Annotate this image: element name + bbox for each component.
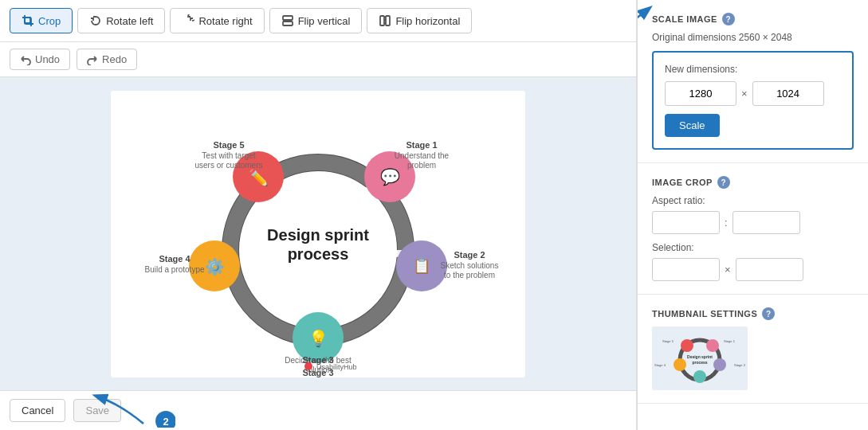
- image-canvas: 💬 📋 💡 ⚙️ ✏️: [111, 91, 525, 377]
- arrow-annotation-1: 1: [637, 0, 670, 58]
- aspect-row: :: [652, 211, 854, 234]
- svg-text:Stage 4: Stage 4: [654, 363, 666, 367]
- svg-rect-5: [386, 16, 390, 25]
- svg-text:Build a prototype: Build a prototype: [144, 265, 204, 274]
- crop-button[interactable]: Crop: [10, 8, 73, 33]
- thumbnail-preview: Design sprint process Stage 1 Stage 5 St…: [652, 326, 748, 390]
- svg-text:problem: problem: [407, 161, 436, 170]
- cancel-button[interactable]: Cancel: [10, 399, 65, 422]
- svg-text:process: process: [692, 360, 707, 365]
- svg-text:Design sprint: Design sprint: [687, 354, 713, 359]
- svg-text:Stage 1: Stage 1: [724, 339, 736, 343]
- undo-button[interactable]: Undo: [10, 49, 70, 70]
- svg-text:💬: 💬: [380, 167, 400, 186]
- dim-inputs: ×: [665, 81, 841, 106]
- svg-text:Test with target: Test with target: [202, 151, 255, 160]
- svg-point-47: [693, 370, 706, 383]
- scale-help-icon[interactable]: ?: [722, 13, 735, 25]
- svg-text:Stage 4: Stage 4: [159, 254, 190, 264]
- svg-text:UsabilityHub: UsabilityHub: [316, 363, 357, 371]
- undo-redo-row: Undo Redo: [0, 42, 636, 77]
- thumbnail-section: THUMBNAIL SETTINGS ? Design sprint proce…: [638, 295, 868, 404]
- scale-section-title: SCALE IMAGE ?: [652, 13, 854, 25]
- flip-horizontal-button[interactable]: Flip horizontal: [367, 8, 472, 33]
- svg-text:Sketch solutions: Sketch solutions: [441, 261, 499, 270]
- scale-image-section: SCALE IMAGE ? Original dimensions 2560 ×…: [638, 0, 868, 163]
- svg-text:📋: 📋: [413, 257, 431, 275]
- thumbnail-section-title: THUMBNAIL SETTINGS ?: [652, 307, 854, 320]
- svg-text:Design sprint: Design sprint: [267, 226, 369, 244]
- toolbar: Crop Rotate left Rotate right: [0, 0, 636, 42]
- svg-text:users or customers: users or customers: [194, 161, 262, 170]
- rotate-left-label: Rotate left: [106, 15, 153, 27]
- aspect-height-input[interactable]: [732, 211, 800, 234]
- svg-text:✏️: ✏️: [249, 168, 269, 187]
- image-area: 💬 📋 💡 ⚙️ ✏️: [0, 77, 636, 390]
- flip-vertical-label: Flip vertical: [298, 15, 351, 27]
- arrow-annotation-2: 2: [80, 380, 175, 430]
- thumbnail-help-icon[interactable]: ?: [762, 307, 775, 320]
- image-crop-section: IMAGE CROP ? Aspect ratio: : Selection: …: [638, 163, 868, 295]
- svg-point-37: [304, 362, 312, 370]
- redo-label: Redo: [102, 53, 127, 65]
- selection-row: ×: [652, 258, 854, 281]
- svg-rect-2: [283, 22, 293, 25]
- svg-text:Stage 5: Stage 5: [662, 339, 674, 343]
- aspect-separator: :: [725, 217, 728, 229]
- svg-text:Stage 5: Stage 5: [213, 140, 244, 150]
- svg-text:2: 2: [163, 416, 168, 428]
- undo-label: Undo: [35, 53, 60, 65]
- crop-label: Crop: [38, 15, 61, 27]
- bottom-bar: Cancel Save 2: [0, 390, 636, 430]
- orig-dimensions: Original dimensions 2560 × 2048: [652, 32, 854, 43]
- rotate-right-button[interactable]: Rotate right: [170, 8, 264, 33]
- aspect-label: Aspect ratio:: [652, 195, 854, 206]
- dim-separator: ×: [741, 88, 748, 100]
- right-panel: SCALE IMAGE ? Original dimensions 2560 ×…: [637, 0, 868, 430]
- svg-text:Stage 1: Stage 1: [406, 140, 437, 150]
- flip-horizontal-label: Flip horizontal: [395, 15, 460, 27]
- left-panel: Crop Rotate left Rotate right: [0, 0, 637, 430]
- scale-box: New dimensions: × Scale: [652, 51, 854, 150]
- rotate-right-label: Rotate right: [198, 15, 252, 27]
- selection-label: Selection:: [652, 242, 854, 253]
- svg-text:process: process: [288, 245, 349, 263]
- rotate-left-button[interactable]: Rotate left: [77, 8, 165, 33]
- svg-text:💡: 💡: [308, 329, 328, 348]
- svg-text:⚙️: ⚙️: [205, 257, 225, 276]
- svg-rect-1: [283, 16, 293, 20]
- svg-text:to the problem: to the problem: [444, 271, 495, 280]
- width-input[interactable]: [665, 81, 736, 106]
- svg-point-46: [713, 358, 726, 371]
- svg-text:Understand the: Understand the: [395, 151, 450, 160]
- selection-height-input[interactable]: [736, 258, 803, 281]
- svg-rect-4: [380, 16, 384, 25]
- crop-section-title: IMAGE CROP ?: [652, 176, 854, 189]
- svg-point-48: [674, 358, 686, 371]
- selection-width-input[interactable]: [652, 258, 720, 281]
- crop-help-icon[interactable]: ?: [717, 176, 730, 189]
- svg-point-45: [706, 339, 719, 352]
- height-input[interactable]: [752, 81, 824, 106]
- flip-vertical-button[interactable]: Flip vertical: [269, 8, 363, 33]
- svg-rect-0: [25, 18, 30, 23]
- scale-button[interactable]: Scale: [665, 114, 720, 137]
- new-dim-label: New dimensions:: [665, 64, 841, 75]
- svg-text:Stage 2: Stage 2: [454, 250, 485, 260]
- svg-text:Stage 2: Stage 2: [734, 363, 746, 367]
- redo-button[interactable]: Redo: [77, 49, 137, 70]
- selection-separator: ×: [725, 264, 731, 276]
- aspect-width-input[interactable]: [652, 211, 720, 234]
- svg-point-49: [681, 339, 693, 352]
